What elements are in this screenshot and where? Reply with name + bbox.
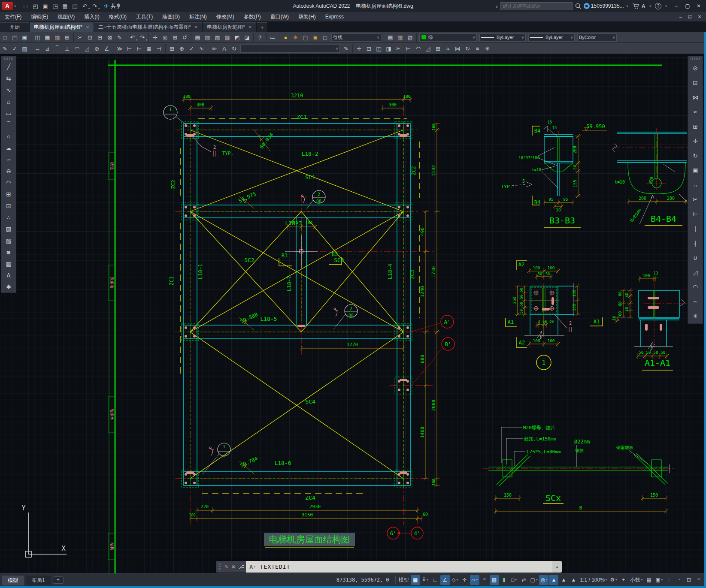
viewport-freeze-toggle-button[interactable]: ▢	[300, 33, 310, 42]
match-properties-button[interactable]: ✎	[115, 33, 124, 42]
menu-item-10[interactable]: 窗口(W)	[266, 12, 294, 21]
annotation-autoscale-button[interactable]: ▲	[559, 575, 568, 585]
fillet-button[interactable]: ◠	[689, 280, 702, 294]
pan-realtime-button[interactable]: ✛	[150, 33, 160, 42]
dim-spacing-button[interactable]: ≣	[144, 44, 154, 53]
isometric-drafting-button[interactable]: ◇▾	[450, 575, 460, 585]
units-button[interactable]: 小数▾	[629, 575, 644, 585]
join-button[interactable]: ∪	[689, 250, 702, 265]
mod-chamfer-button[interactable]: ◿	[423, 44, 433, 53]
mod-stretch-button[interactable]: ◫	[374, 44, 384, 53]
model-space-canvas[interactable]: 楼道 设备电 给排水 结构	[0, 0, 706, 588]
mod-offset-button[interactable]: ≈	[443, 44, 453, 53]
new-layout-button[interactable]: +	[53, 576, 64, 584]
dim-aligned-button[interactable]: ⊿	[42, 44, 52, 53]
object-snap-button[interactable]: ▱▾	[470, 575, 479, 585]
selection-cycling-button[interactable]: ▮	[500, 575, 509, 585]
polygon-button[interactable]: ⌂	[2, 96, 15, 107]
break-at-point-button[interactable]: ∣	[689, 221, 702, 236]
layer-color-box-button[interactable]: ◻	[320, 33, 330, 42]
redo-button[interactable]: ↷▾	[90, 1, 100, 11]
gradient-button[interactable]: ▧	[2, 235, 15, 246]
tab-start[interactable]: 开始	[0, 22, 29, 32]
dim-continue-button[interactable]: ⊢	[124, 44, 134, 53]
open-file-button[interactable]: ◰	[10, 33, 20, 42]
maximize-button[interactable]: ▢	[682, 3, 693, 9]
mod-explode-button[interactable]: ✳	[482, 44, 492, 53]
workspace-switching-button[interactable]: ⚙▾	[609, 575, 618, 585]
revision-cloud-button[interactable]: ☁	[2, 142, 15, 154]
close-button[interactable]: ✕	[693, 3, 704, 9]
qsave-button[interactable]: ▣	[40, 1, 50, 11]
layer-freeze-button[interactable]: ◩	[232, 33, 242, 42]
copy-clip-button[interactable]: ⊡	[85, 33, 95, 42]
undo-button[interactable]: ↶▾	[80, 1, 90, 11]
blend-curves-button[interactable]: ∼	[689, 294, 702, 309]
mod-array-button[interactable]: ⊞	[433, 44, 443, 53]
command-input[interactable]: A▾ TEXTEDIT	[246, 561, 552, 573]
point-style-button[interactable]: ✱	[2, 281, 15, 292]
leader-combo[interactable]: 引线∨	[331, 33, 381, 42]
copy-button[interactable]: ⊡	[689, 75, 702, 90]
polar-tracking-button[interactable]: ∠	[440, 575, 450, 585]
trim-button[interactable]: ✂	[689, 192, 702, 207]
paste-special-button[interactable]: ⊠	[105, 33, 115, 42]
make-block-button[interactable]: ⊡	[2, 200, 15, 211]
mtext-button[interactable]: A	[2, 269, 15, 281]
batch-plot-button[interactable]: ▥	[52, 33, 62, 42]
grid-display-button[interactable]: ▦	[411, 575, 420, 585]
qprint-button[interactable]: ◫	[70, 1, 80, 11]
layer-states-button[interactable]: ▥	[203, 33, 212, 42]
command-grip[interactable]	[218, 563, 221, 571]
clean-screen-button[interactable]: ⊡	[684, 575, 694, 585]
mod-move-button[interactable]: ✛	[354, 44, 364, 53]
tolerance-button[interactable]: ⊞	[167, 44, 177, 53]
isolate-objects-button[interactable]: ◌	[664, 575, 674, 585]
spell-check-button[interactable]: ✓	[10, 44, 20, 53]
plotstyle-combo[interactable]: ByColor∨	[577, 33, 617, 42]
hatch-button[interactable]: ▨	[2, 223, 15, 235]
arc-button[interactable]: ⌒	[2, 119, 15, 130]
autocad-logo[interactable]: A	[2, 2, 13, 10]
menu-item-9[interactable]: 参数(P)	[239, 12, 266, 21]
polyline-button[interactable]: ∿	[2, 84, 15, 96]
new-tab-button[interactable]: +	[257, 22, 267, 32]
app-store-cart-icon[interactable]	[632, 3, 639, 9]
tab-close-icon[interactable]: ✕	[248, 25, 252, 30]
app-menu-chevron-icon[interactable]: ▾	[14, 4, 16, 8]
command-history-button[interactable]: ▲	[552, 561, 562, 573]
qplot-button[interactable]: ▦	[60, 1, 70, 11]
table-button[interactable]: ▦	[2, 258, 15, 269]
offset-button[interactable]: ≈	[689, 105, 702, 119]
drawing-title-selection[interactable]: 电梯机房屋面结构图	[264, 533, 355, 547]
search-input[interactable]	[503, 3, 570, 9]
mod-fillet-button[interactable]: ◠	[413, 44, 423, 53]
point-button[interactable]: ∴	[2, 211, 15, 223]
rectangle-button[interactable]: ▭	[2, 107, 15, 119]
layer-off-button[interactable]: ◪	[242, 33, 252, 42]
dim-break-button[interactable]: ⊣	[154, 44, 164, 53]
help-search[interactable]	[500, 2, 573, 10]
paste-clip-button[interactable]: ⊟	[95, 33, 105, 42]
model-tab[interactable]: 模型	[2, 576, 24, 585]
dim-inspect-button[interactable]: ✓	[187, 44, 197, 53]
move-button[interactable]: ✛	[689, 134, 702, 148]
doc-minimize-button[interactable]: ‒	[676, 14, 685, 20]
menu-item-11[interactable]: 帮助(H)	[294, 12, 321, 21]
menu-item-3[interactable]: 插入(I)	[79, 12, 104, 21]
snap-mode-button[interactable]: ⠿▾	[421, 575, 430, 585]
explode-button[interactable]: ✳	[689, 309, 702, 323]
dim-angular-button[interactable]: ∠	[102, 44, 112, 53]
array-button[interactable]: ⊞	[689, 119, 702, 134]
layer-combo[interactable]: 绿∨	[419, 33, 477, 42]
mod-scale-button[interactable]: ◨	[384, 44, 394, 53]
break-button[interactable]: ∤	[689, 236, 702, 250]
layer-previous-button[interactable]: ▥	[395, 33, 405, 42]
properties-palette-button[interactable]: ≔	[268, 33, 278, 42]
stretch-button[interactable]: ↔	[689, 178, 702, 192]
share-button[interactable]: ✈ 共享	[104, 3, 121, 10]
mod-rotate-button[interactable]: ↻	[463, 44, 473, 53]
layout1-tab[interactable]: 布局1	[26, 576, 51, 585]
qsaveas-button[interactable]: ◳	[50, 1, 60, 11]
redo-drop-button[interactable]: ↷▾	[137, 33, 147, 42]
